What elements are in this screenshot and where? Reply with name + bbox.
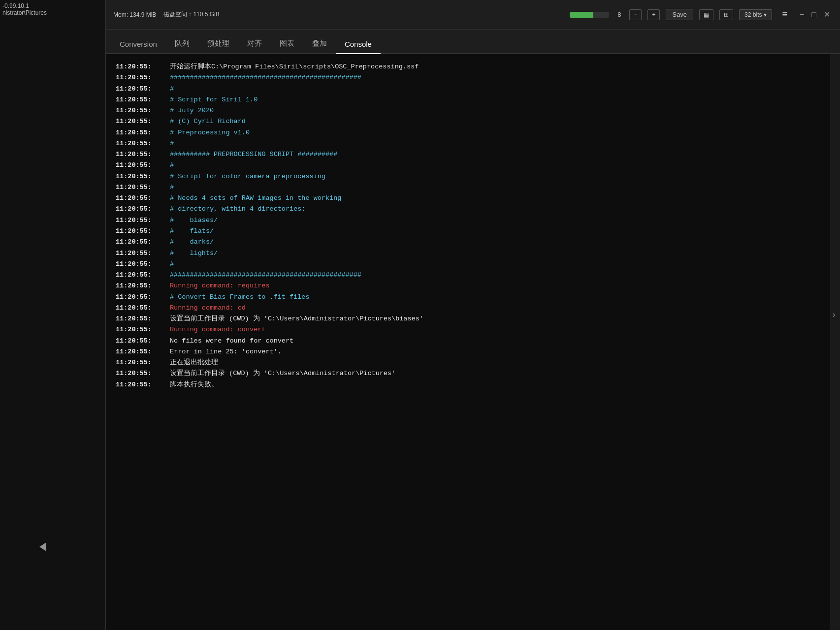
timestamp: 11:20:55:: [116, 182, 170, 193]
console-line: 11:20:55: 设置当前工作目录 (CWD) 为 'C:\Users\Adm…: [116, 368, 820, 379]
console-message: Running command: cd: [170, 303, 246, 314]
timestamp: 11:20:55:: [116, 62, 170, 72]
console-area[interactable]: 11:20:55: 开始运行脚本C:\Program Files\SiriL\s…: [106, 54, 830, 630]
console-message: # darks/: [170, 237, 214, 248]
timestamp: 11:20:55:: [116, 248, 170, 259]
console-line: 11:20:55: # darks/: [116, 237, 820, 248]
timestamp: 11:20:55:: [116, 105, 170, 116]
console-message: # Convert Bias Frames to .fit files: [170, 292, 310, 303]
timestamp: 11:20:55:: [116, 259, 170, 270]
frame-count: 8: [617, 11, 621, 18]
timestamp: 11:20:55:: [116, 72, 170, 83]
console-message: #: [170, 182, 174, 193]
tab-console[interactable]: Console: [336, 35, 381, 54]
cursor-arrow: [39, 542, 46, 551]
console-message: ########################################…: [170, 270, 361, 281]
timestamp: 11:20:55:: [116, 193, 170, 204]
save-button[interactable]: Save: [666, 9, 693, 20]
menu-button[interactable]: ≡: [778, 8, 791, 21]
console-message: #: [170, 138, 174, 149]
console-message: No files were found for convert: [170, 336, 293, 346]
window-controls: − □ ✕: [797, 10, 833, 19]
console-line: 11:20:55: Running command: cd: [116, 303, 820, 314]
timestamp: 11:20:55:: [116, 116, 170, 127]
timestamp: 11:20:55:: [116, 303, 170, 314]
timestamp: 11:20:55:: [116, 368, 170, 379]
timestamp: 11:20:55:: [116, 270, 170, 281]
console-line: 11:20:55: Error in line 25: 'convert'.: [116, 346, 820, 357]
top-bar: Mem: 134.9 MiB 磁盘空间：110.5 GiB 8 − + Save…: [106, 0, 840, 30]
console-line: 11:20:55: # flats/: [116, 226, 820, 237]
console-message: #: [170, 84, 174, 94]
timestamp: 11:20:55:: [116, 346, 170, 357]
progress-fill: [570, 12, 593, 18]
console-line: 11:20:55: # Needs 4 sets of RAW images i…: [116, 193, 820, 204]
grid-button[interactable]: ▦: [699, 9, 713, 20]
console-line: 11:20:55: # Script for color camera prep…: [116, 171, 820, 182]
console-line: 11:20:55: # biases/: [116, 215, 820, 226]
console-message: # Script for color camera preprocessing: [170, 171, 325, 182]
tab-conversion[interactable]: Conversion: [111, 35, 166, 54]
console-message: 设置当前工作目录 (CWD) 为 'C:\Users\Administrator…: [170, 314, 423, 324]
console-message: ########## PREPROCESSING SCRIPT ########…: [170, 149, 337, 160]
console-message: #: [170, 160, 174, 171]
console-line: 11:20:55: 开始运行脚本C:\Program Files\SiriL\s…: [116, 62, 820, 72]
tab-bar: Conversion队列预处理对齐图表叠加Console: [106, 30, 840, 54]
tab-overlay[interactable]: 叠加: [303, 34, 336, 54]
timestamp: 11:20:55:: [116, 226, 170, 237]
close-button[interactable]: ✕: [821, 10, 833, 19]
path-text: nistrator\Pictures: [2, 9, 47, 16]
console-message: Running command: requires: [170, 281, 270, 291]
console-message: Error in line 25: 'convert'.: [170, 346, 282, 357]
console-message: 正在退出批处理: [170, 357, 218, 368]
console-line: 11:20:55: # Convert Bias Frames to .fit …: [116, 292, 820, 303]
tab-align[interactable]: 对齐: [238, 34, 271, 54]
maximize-button[interactable]: □: [809, 10, 819, 19]
console-line: 11:20:55: # (C) Cyril Richard: [116, 116, 820, 127]
console-message: 脚本执行失败。: [170, 379, 218, 390]
tab-chart[interactable]: 图表: [271, 34, 303, 54]
tab-preprocess[interactable]: 预处理: [198, 34, 238, 54]
console-message: ########################################…: [170, 72, 361, 83]
console-line: 11:20:55: #: [116, 138, 820, 149]
timestamp: 11:20:55:: [116, 171, 170, 182]
console-message: 设置当前工作目录 (CWD) 为 'C:\Users\Administrator…: [170, 368, 395, 379]
console-line: 11:20:55: #: [116, 160, 820, 171]
image-button[interactable]: ⊞: [719, 9, 733, 20]
timestamp: 11:20:55:: [116, 94, 170, 105]
console-line: 11:20:55: #: [116, 259, 820, 270]
minus-button[interactable]: −: [629, 9, 642, 20]
console-message: # biases/: [170, 215, 218, 226]
cursor-indicator: [39, 542, 45, 551]
console-line: 11:20:55: No files were found for conver…: [116, 336, 820, 346]
top-bar-left: Mem: 134.9 MiB 磁盘空间：110.5 GiB: [113, 10, 220, 19]
tab-queue[interactable]: 队列: [166, 34, 198, 54]
disk-label: 磁盘空间：110.5 GiB: [163, 10, 219, 19]
console-message: # lights/: [170, 248, 218, 259]
progress-bar: [570, 12, 609, 18]
timestamp: 11:20:55:: [116, 324, 170, 335]
console-line: 11:20:55: ##############################…: [116, 72, 820, 83]
timestamp: 11:20:55:: [116, 292, 170, 303]
console-message: # Needs 4 sets of RAW images in the work…: [170, 193, 341, 204]
timestamp: 11:20:55:: [116, 237, 170, 248]
timestamp: 11:20:55:: [116, 379, 170, 390]
console-message: # Preprocessing v1.0: [170, 127, 250, 138]
version-text: -0.99.10.1 nistrator\Pictures: [2, 2, 47, 16]
console-line: 11:20:55: ##############################…: [116, 270, 820, 281]
console-line: 11:20:55: Running command: requires: [116, 281, 820, 291]
top-bar-controls: 8 − + Save ▦ ⊞ 32 bits ▾ ≡ − □ ✕: [570, 8, 833, 21]
timestamp: 11:20:55:: [116, 127, 170, 138]
console-message: # flats/: [170, 226, 214, 237]
console-line: 11:20:55: ########## PREPROCESSING SCRIP…: [116, 149, 820, 160]
minimize-button[interactable]: −: [797, 10, 807, 19]
plus-button[interactable]: +: [647, 9, 660, 20]
scroll-right-arrow[interactable]: ›: [829, 308, 839, 322]
console-line: 11:20:55: # July 2020: [116, 105, 820, 116]
bits-dropdown-icon: ▾: [764, 11, 767, 18]
timestamp: 11:20:55:: [116, 314, 170, 324]
timestamp: 11:20:55:: [116, 204, 170, 215]
console-line: 11:20:55: 正在退出批处理: [116, 357, 820, 368]
console-message: # (C) Cyril Richard: [170, 116, 246, 127]
bits-selector[interactable]: 32 bits ▾: [739, 9, 772, 20]
